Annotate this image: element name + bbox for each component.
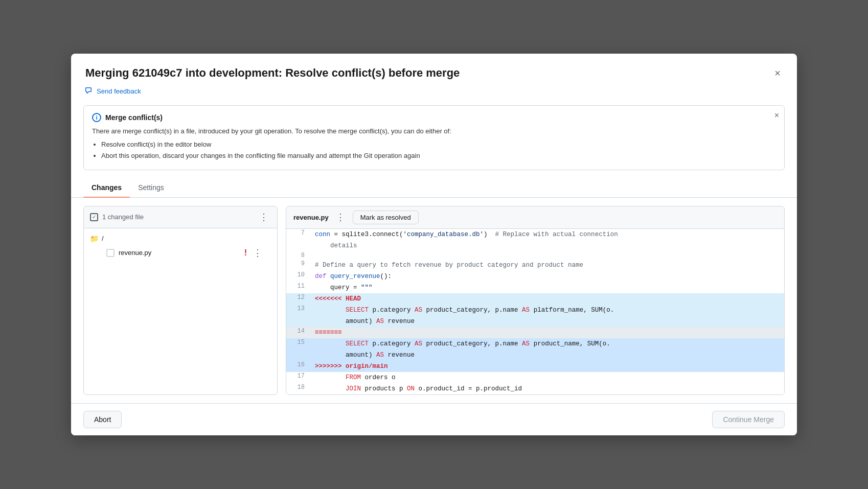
file-checkbox[interactable] (106, 249, 115, 257)
line-code: JOIN products p ON o.product_id = p.prod… (311, 383, 784, 394)
changed-count-label: 1 changed file (102, 213, 144, 221)
alert-close-button[interactable]: × (774, 111, 779, 120)
editor-header: revenue.py ⋮ Mark as resolved (286, 206, 784, 229)
file-row[interactable]: revenue.py ! ⋮ (90, 245, 271, 261)
line-number (286, 240, 311, 251)
editor-menu-button[interactable]: ⋮ (334, 212, 348, 223)
line-code: FROM orders o (311, 372, 784, 383)
line-code: query = """ (311, 282, 784, 293)
modal-header: Merging 621049c7 into development: Resol… (71, 54, 797, 85)
line-number (286, 316, 311, 327)
line-number: 18 (286, 383, 311, 394)
file-panel-header: ✓ 1 changed file ⋮ (84, 206, 277, 228)
line-code: ======= (311, 327, 784, 338)
line-code (311, 251, 784, 260)
folder-row: 📁 / (90, 232, 271, 245)
table-row-conflict-head: amount) AS revenue (286, 316, 784, 327)
alert-header: i Merge conflict(s) (92, 113, 776, 122)
line-code: SELECT p.category AS product_category, p… (311, 338, 784, 350)
line-number: 12 (286, 293, 311, 305)
table-row-conflict-head: 13 SELECT p.category AS product_category… (286, 305, 784, 316)
table-row: details (286, 240, 784, 251)
line-code: >>>>>>> origin/main (311, 361, 784, 372)
alert-box: i Merge conflict(s) There are merge conf… (83, 105, 785, 170)
file-panel-menu-button[interactable]: ⋮ (257, 212, 271, 223)
modal-footer: Abort Continue Merge (71, 403, 797, 435)
line-code: <<<<<<< HEAD (311, 293, 784, 305)
line-number: 15 (286, 338, 311, 350)
line-code: amount) AS revenue (311, 350, 784, 361)
content-area: ✓ 1 changed file ⋮ 📁 / revenue.py ! ⋮ (71, 198, 797, 403)
table-row-incoming: 16 >>>>>>> origin/main (286, 361, 784, 372)
table-row: 8 (286, 251, 784, 260)
folder-name: / (102, 235, 104, 242)
table-row: 18 JOIN products p ON o.product_id = p.p… (286, 383, 784, 394)
line-number: 10 (286, 271, 311, 282)
editor-body[interactable]: 7 conn = sqlite3.connect('company_databa… (286, 229, 784, 394)
line-code: amount) AS revenue (311, 316, 784, 327)
modal-title: Merging 621049c7 into development: Resol… (85, 66, 460, 81)
continue-merge-button[interactable]: Continue Merge (712, 411, 785, 428)
modal-close-button[interactable]: × (772, 66, 783, 80)
alert-title: Merge conflict(s) (105, 113, 163, 122)
file-panel: ✓ 1 changed file ⋮ 📁 / revenue.py ! ⋮ (83, 206, 278, 395)
table-row: 10 def query_revenue(): (286, 271, 784, 282)
line-number: 9 (286, 260, 311, 271)
send-feedback-link[interactable]: Send feedback (71, 85, 797, 101)
merge-conflict-modal: Merging 621049c7 into development: Resol… (71, 54, 797, 435)
files-checkbox[interactable]: ✓ (90, 213, 98, 221)
file-name-label: revenue.py (119, 249, 240, 257)
abort-button[interactable]: Abort (83, 411, 122, 428)
line-number (286, 350, 311, 361)
table-row: 17 FROM orders o (286, 372, 784, 383)
line-code: details (311, 240, 784, 251)
tab-changes[interactable]: Changes (83, 178, 130, 198)
folder-icon: 📁 (90, 235, 99, 243)
line-number: 8 (286, 251, 311, 260)
alert-bullet-1: Resolve conflict(s) in the editor below (101, 139, 776, 150)
line-code: conn = sqlite3.connect('company_database… (311, 229, 784, 240)
table-row-incoming: amount) AS revenue (286, 350, 784, 361)
tabs-bar: Changes Settings (71, 178, 797, 198)
file-count: ✓ 1 changed file (90, 213, 144, 221)
alert-body: There are merge conflict(s) in a file, i… (92, 126, 776, 161)
editor-panel: revenue.py ⋮ Mark as resolved 7 conn = s… (286, 206, 785, 395)
line-number: 17 (286, 372, 311, 383)
conflict-badge: ! (244, 248, 247, 258)
code-table: 7 conn = sqlite3.connect('company_databa… (286, 229, 784, 394)
tab-settings[interactable]: Settings (130, 178, 172, 198)
line-number: 13 (286, 305, 311, 316)
line-number: 7 (286, 229, 311, 240)
alert-body-line1: There are merge conflict(s) in a file, i… (92, 127, 451, 135)
table-row-separator: 14 ======= (286, 327, 784, 338)
send-feedback-label: Send feedback (97, 87, 141, 95)
table-row: 11 query = """ (286, 282, 784, 293)
editor-filename: revenue.py (293, 214, 329, 221)
folder-section: 📁 / revenue.py ! ⋮ (84, 228, 277, 265)
info-icon: i (92, 113, 101, 122)
line-code: def query_revenue(): (311, 271, 784, 282)
check-mark: ✓ (92, 214, 96, 220)
feedback-icon (85, 87, 94, 95)
table-row-incoming: 15 SELECT p.category AS product_category… (286, 338, 784, 350)
table-row: 7 conn = sqlite3.connect('company_databa… (286, 229, 784, 240)
line-code: SELECT p.category AS product_category, p… (311, 305, 784, 316)
line-code: # Define a query to fetch revenue by pro… (311, 260, 784, 271)
line-number: 11 (286, 282, 311, 293)
alert-bullet-2: Abort this operation, discard your chang… (101, 151, 776, 161)
line-number: 14 (286, 327, 311, 338)
table-row: 9 # Define a query to fetch revenue by p… (286, 260, 784, 271)
file-menu-button[interactable]: ⋮ (251, 247, 265, 259)
line-number: 16 (286, 361, 311, 372)
mark-as-resolved-button[interactable]: Mark as resolved (353, 211, 419, 224)
table-row-conflict-head: 12 <<<<<<< HEAD (286, 293, 784, 305)
